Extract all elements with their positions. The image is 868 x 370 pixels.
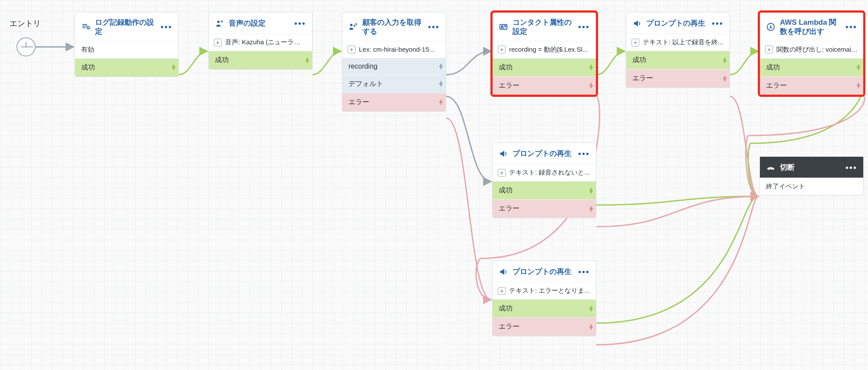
- svg-point-3: [354, 25, 355, 26]
- outcome-success[interactable]: 成功: [75, 58, 178, 76]
- node-detail-text: 音声: Kazuha (ニューラル:...: [225, 38, 307, 46]
- node-detail-row[interactable]: + テキスト: 録音されないと...: [493, 164, 596, 181]
- outcome-error[interactable]: エラー: [626, 69, 730, 87]
- outcome-success[interactable]: 成功: [760, 58, 863, 76]
- node-detail-row[interactable]: + Lex: cm-hirai-beyond-15...: [342, 41, 446, 58]
- node-menu-button[interactable]: •••: [845, 25, 857, 29]
- svg-point-2: [350, 24, 353, 26]
- output-port-icon: [589, 205, 596, 213]
- node-menu-button[interactable]: •••: [578, 152, 590, 156]
- node-detail-row[interactable]: + 音声: Kazuha (ニューラル:...: [209, 33, 312, 51]
- expand-icon: +: [348, 46, 355, 53]
- node-detail-row[interactable]: + recording = 動的{$.Lex.Sl...: [493, 41, 596, 58]
- speaker-icon: [499, 267, 508, 277]
- node-get-input[interactable]: 顧客の入力を取得する ••• + Lex: cm-hirai-beyond-15…: [342, 12, 446, 112]
- node-detail-row[interactable]: + テキスト: 以上で録音を終...: [626, 33, 730, 51]
- outcome-label: エラー: [499, 82, 519, 89]
- node-detail-text: recording = 動的{$.Lex.Sl...: [509, 46, 588, 54]
- speaker-icon: [632, 19, 642, 28]
- outcome-error[interactable]: エラー: [493, 76, 596, 95]
- outcome-success[interactable]: 成功: [493, 299, 596, 317]
- entry-label: エントリ: [10, 18, 41, 29]
- node-voice[interactable]: 音声の設定 ••• + 音声: Kazuha (ニューラル:... 成功: [208, 12, 312, 69]
- node-header: 音声の設定 •••: [209, 13, 312, 33]
- node-menu-button[interactable]: •••: [578, 270, 590, 274]
- node-title: プロンプトの再生: [646, 19, 707, 28]
- outcome-label: エラー: [766, 82, 787, 89]
- outcome-success[interactable]: 成功: [209, 51, 312, 69]
- node-detail-text: テキスト: 録音されないと...: [509, 168, 590, 177]
- node-detail-row[interactable]: + テキスト: エラーとなりま...: [493, 282, 596, 299]
- outcome-label: 成功: [215, 56, 229, 63]
- svg-point-0: [87, 26, 90, 29]
- outcome-error[interactable]: エラー: [760, 76, 863, 95]
- outcome-success[interactable]: 成功: [493, 181, 596, 199]
- output-port-icon: [856, 63, 864, 71]
- outcome-label: recording: [349, 63, 378, 70]
- expand-icon: +: [214, 39, 222, 46]
- node-detail-row[interactable]: + 関数の呼び出し: voicemail...: [760, 41, 863, 58]
- output-port-icon: [589, 82, 596, 89]
- svg-point-5: [501, 26, 503, 28]
- output-port-icon: [305, 56, 312, 64]
- output-port-icon: [589, 305, 596, 313]
- node-header: プロンプトの再生 •••: [493, 261, 596, 282]
- node-title: プロンプトの再生: [513, 267, 574, 276]
- node-lambda[interactable]: AWS Lambda 関数を呼び出す ••• + 関数の呼び出し: voicem…: [760, 12, 864, 95]
- outcome-label: 成功: [632, 56, 646, 63]
- outcome-error[interactable]: エラー: [493, 199, 596, 218]
- expand-icon: +: [631, 39, 639, 46]
- id-card-icon: [499, 22, 508, 32]
- node-menu-button[interactable]: •••: [294, 21, 306, 26]
- lambda-icon: [766, 22, 776, 32]
- outcome-label: 成功: [81, 63, 95, 71]
- node-detail-text: テキスト: 以上で録音を終...: [643, 38, 723, 46]
- node-title: プロンプトの再生: [513, 149, 574, 158]
- output-port-icon: [589, 323, 596, 331]
- node-menu-button[interactable]: •••: [161, 25, 172, 29]
- expand-icon: +: [498, 46, 506, 53]
- hangup-icon: [766, 163, 776, 172]
- outcome-error[interactable]: エラー: [342, 93, 446, 111]
- node-body-text: 有効: [75, 41, 178, 58]
- node-menu-button[interactable]: •••: [428, 25, 440, 29]
- node-play-prompt-3[interactable]: プロンプトの再生 ••• + テキスト: エラーとなりま... 成功 エラー: [492, 261, 596, 336]
- outcome-success[interactable]: 成功: [626, 51, 730, 69]
- node-play-prompt-2[interactable]: プロンプトの再生 ••• + テキスト: 録音されないと... 成功 エラー: [492, 142, 596, 218]
- outcome-label: エラー: [499, 205, 519, 212]
- outcome-recording[interactable]: recording: [342, 58, 446, 75]
- node-title: ログ記録動作の設定: [95, 18, 156, 36]
- node-title: 切断: [780, 163, 841, 172]
- node-detail-text: 関数の呼び出し: voicemail...: [776, 46, 858, 54]
- output-port-icon: [722, 75, 730, 83]
- node-title: 顧客の入力を取得する: [362, 18, 424, 36]
- flow-canvas[interactable]: エントリ ログ記録動作の設定 ••• 有効 成功 音声の設定 ••• + 音声:…: [0, 0, 868, 370]
- node-header: 顧客の入力を取得する •••: [342, 13, 446, 41]
- outcome-label: エラー: [632, 74, 653, 82]
- node-menu-button[interactable]: •••: [845, 165, 857, 170]
- node-header: プロンプトの再生 •••: [626, 13, 730, 33]
- node-disconnect[interactable]: 切断 ••• 終了イベント: [760, 156, 864, 195]
- node-menu-button[interactable]: •••: [578, 25, 590, 29]
- node-set-attributes[interactable]: コンタクト属性の設定 ••• + recording = 動的{$.Lex.Sl…: [492, 12, 596, 95]
- node-logging[interactable]: ログ記録動作の設定 ••• 有効 成功: [75, 12, 179, 77]
- entry-node[interactable]: [16, 37, 36, 56]
- output-port-icon: [722, 56, 730, 64]
- node-header: ログ記録動作の設定 •••: [75, 13, 178, 41]
- output-port-icon: [438, 80, 446, 88]
- outcome-success[interactable]: 成功: [493, 58, 596, 76]
- expand-icon: +: [498, 287, 506, 295]
- outcome-label: エラー: [499, 323, 519, 330]
- outcome-label: 成功: [499, 63, 513, 71]
- node-menu-button[interactable]: •••: [712, 21, 723, 26]
- node-detail-text: テキスト: エラーとなりま...: [509, 287, 590, 295]
- node-header: プロンプトの再生 •••: [493, 143, 596, 164]
- svg-point-1: [217, 21, 220, 23]
- outcome-error[interactable]: エラー: [493, 317, 596, 336]
- output-port-icon: [171, 63, 179, 71]
- node-detail-text: Lex: cm-hirai-beyond-15...: [359, 46, 434, 53]
- node-play-prompt-1[interactable]: プロンプトの再生 ••• + テキスト: 以上で録音を終... 成功 エラー: [626, 12, 730, 88]
- outcome-default[interactable]: デフォルト: [342, 75, 446, 93]
- output-port-icon: [438, 63, 446, 70]
- node-title: AWS Lambda 関数を呼び出す: [780, 18, 841, 36]
